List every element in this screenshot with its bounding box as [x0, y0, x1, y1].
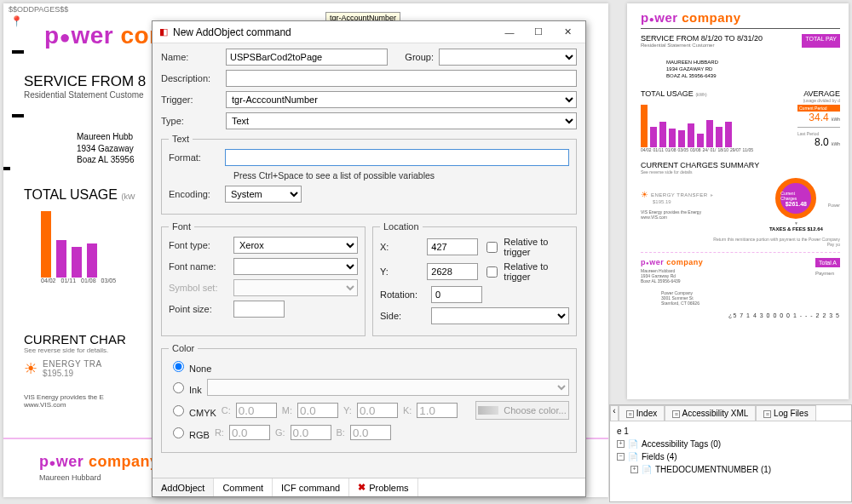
cmyk-k-input — [417, 403, 458, 418]
service-from-heading: SERVICE FROM 8/1/20 TO 8/31/20 — [641, 34, 763, 43]
color-none-radio[interactable]: None — [169, 358, 211, 374]
symbolset-select — [233, 279, 358, 296]
format-input[interactable] — [225, 149, 569, 166]
energy-amount: $195.19 — [43, 369, 102, 378]
tab-icf-command[interactable]: ICF command — [273, 478, 349, 496]
color-rgb-radio[interactable]: RGB — [169, 425, 210, 440]
trigger-label: Trigger: — [161, 94, 221, 105]
usage-bar-chart — [41, 218, 116, 278]
cmyk-y-input — [357, 403, 398, 418]
color-group: Color None Ink CMYK C: M: Y: K: Choose c… — [161, 343, 577, 453]
vis-note: VIS Energy provides the E — [24, 393, 126, 401]
tree-row[interactable]: +📄Accessibility Tags (0) — [617, 438, 844, 450]
current-charges-heading: CURRENT CHARGES SUMMARY — [641, 161, 840, 169]
dialog-bottom-tabs: AddObject Comment ICF command ✖ Problems — [153, 478, 585, 496]
rgb-g-input — [291, 425, 331, 440]
reverse-note: See reverse side for details. — [24, 346, 126, 354]
dialog-title: New AddObject command — [173, 26, 291, 38]
address-line: Boaz AL 35956 — [77, 154, 134, 166]
error-icon: ✖ — [358, 482, 366, 493]
color-cmyk-radio[interactable]: CMYK — [169, 403, 216, 418]
tab-accessibility-xml[interactable]: ≡ Accessibility XML — [665, 405, 756, 421]
tab-addobject[interactable]: AddObject — [153, 478, 214, 496]
group-select[interactable] — [439, 49, 577, 66]
y-label: Y: — [380, 266, 422, 277]
fonttype-label: Font type: — [169, 240, 228, 250]
name-input[interactable] — [226, 49, 388, 66]
sun-icon: ☀ — [24, 359, 37, 378]
brand-logo-footer: p●wer company — [39, 453, 158, 471]
tree-row[interactable]: −📄Fields (4) — [617, 450, 844, 463]
index-tree[interactable]: e 1 +📄Accessibility Tags (0) −📄Fields (4… — [610, 421, 851, 479]
current-charges-heading: CURRENT CHAR — [24, 332, 126, 346]
color-legend: Color — [169, 343, 198, 353]
ink-select — [207, 379, 569, 396]
pointsize-label: Point size: — [169, 304, 228, 314]
encoding-label: Encoding: — [169, 189, 220, 199]
brand-logo: p●wer company — [641, 10, 840, 25]
add-object-dialog: ◧ New AddObject command — ☐ ✕ Name: Grou… — [152, 20, 586, 497]
address-line: Maureen Hubb — [77, 131, 134, 143]
service-from-heading: SERVICE FROM 8 — [24, 73, 146, 90]
y-relative-checkbox[interactable]: Relative to trigger — [483, 261, 569, 282]
tab-problems[interactable]: ✖ Problems — [349, 478, 417, 496]
rgb-r-input — [229, 425, 270, 440]
side-select[interactable] — [431, 307, 569, 324]
x-label: X: — [380, 242, 422, 252]
description-input[interactable] — [226, 70, 577, 87]
total-pay-badge: TOTAL PAY — [802, 34, 840, 48]
symbolset-label: Symbol set: — [169, 283, 228, 293]
choose-color-button[interactable]: Choose color... — [475, 401, 569, 420]
pointsize-input[interactable] — [233, 301, 285, 318]
tree-row[interactable]: +📄THEDOCUMENTNUMBER (1) — [630, 463, 844, 476]
format-hint: Press Ctrl+Space to see a list of possib… — [233, 170, 569, 180]
tab-log-files[interactable]: ≡ Log Files — [756, 405, 815, 421]
encoding-select[interactable]: System — [225, 186, 302, 203]
energy-transfer-label: ENERGY TRA — [43, 359, 102, 369]
type-select[interactable]: Text — [226, 112, 577, 129]
right-document-preview: p●wer company SERVICE FROM 8/1/20 TO 8/3… — [627, 3, 849, 399]
maximize-button[interactable]: ☐ — [524, 23, 553, 42]
group-label: Group: — [400, 52, 434, 62]
app-icon: ◧ — [159, 26, 168, 37]
tab-comment[interactable]: Comment — [214, 478, 273, 496]
address-line: 1934 Gazaway — [77, 143, 134, 155]
description-label: Description: — [161, 73, 221, 83]
cmyk-c-input — [236, 403, 277, 418]
x-input[interactable] — [427, 238, 478, 255]
format-label: Format: — [169, 152, 220, 163]
vis-url: www.VIS.com — [24, 401, 126, 409]
usage-bar-chart-mini — [641, 105, 791, 147]
dialog-titlebar[interactable]: ◧ New AddObject command — ☐ ✕ — [153, 21, 585, 43]
close-button[interactable]: ✕ — [553, 23, 582, 42]
charges-donut: Current Charges $261.48 — [775, 178, 816, 219]
text-group: Text Format: Press Ctrl+Space to see a l… — [161, 134, 577, 215]
trigger-select[interactable]: tgr-AcccountNumber — [226, 91, 577, 108]
color-ink-radio[interactable]: Ink — [169, 380, 202, 395]
total-usage-heading: TOTAL USAGE (kW — [24, 187, 135, 203]
cmyk-m-input — [297, 403, 338, 418]
x-relative-checkbox[interactable]: Relative to trigger — [483, 237, 569, 257]
rotation-input[interactable] — [431, 286, 482, 303]
fontname-label: Font name: — [169, 261, 228, 272]
location-legend: Location — [380, 221, 423, 232]
rotation-label: Rotation: — [380, 289, 426, 300]
fontname-select[interactable] — [233, 258, 358, 275]
y-input[interactable] — [427, 263, 478, 280]
side-label: Side: — [380, 311, 426, 321]
tab-scroll-left[interactable]: ‹ — [610, 405, 619, 421]
tab-index[interactable]: ≡ Index — [619, 405, 665, 421]
location-group: Location X: Relative to trigger Y: Relat… — [372, 221, 577, 336]
tree-row[interactable]: e 1 — [617, 425, 844, 438]
font-group: Font Font type: Xerox Font name: Symbol … — [161, 221, 366, 336]
type-label: Type: — [161, 116, 221, 126]
service-subline: Residential Statement Custome — [24, 90, 146, 100]
barcode-digits: ¿5 7 1 4 3 0 0 0 0 1 - - - 2 2 3 5 — [641, 312, 840, 318]
minimize-button[interactable]: — — [495, 23, 524, 42]
service-subline: Residential Statement Customer — [641, 43, 763, 48]
fonttype-select[interactable]: Xerox — [233, 237, 358, 254]
font-legend: Font — [169, 221, 194, 232]
text-legend: Text — [169, 134, 193, 144]
page-tag-badge: $$ODDPAGES$$ — [9, 5, 68, 14]
bottom-properties-panel: ‹ ≡ Index ≡ Accessibility XML ≡ Log File… — [609, 404, 852, 502]
